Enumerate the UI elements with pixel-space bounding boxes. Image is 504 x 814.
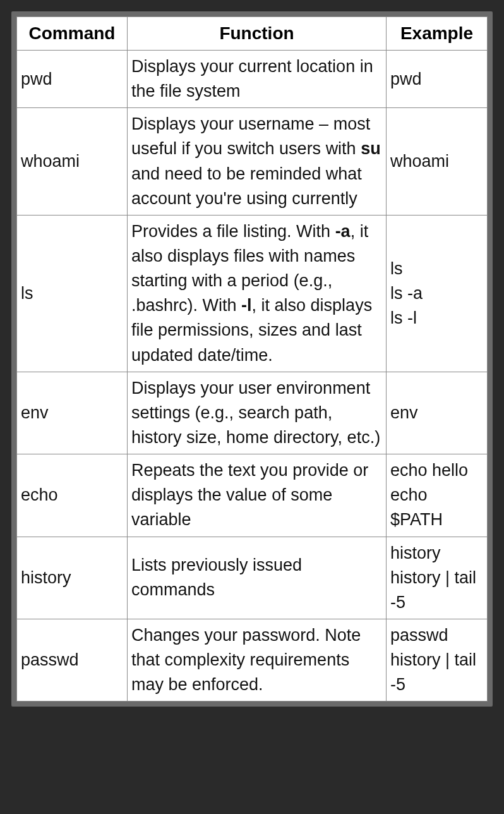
table-row: whoamiDisplays your username – most usef… — [17, 108, 488, 216]
cell-command: ls — [17, 215, 128, 372]
cell-function: Displays your user environment settings … — [128, 372, 387, 454]
cell-command: whoami — [17, 108, 128, 216]
table-row: passwdChanges your password. Note that c… — [17, 619, 488, 701]
cell-command: env — [17, 372, 128, 454]
table-row: pwdDisplays your current location in the… — [17, 51, 488, 108]
table-row: lsProvides a file listing. With -a, it a… — [17, 215, 488, 372]
cell-function: Repeats the text you provide or displays… — [128, 454, 387, 537]
cell-command: echo — [17, 454, 128, 537]
cell-example: lsls -als -l — [387, 215, 488, 372]
cell-function: Changes your password. Note that complex… — [128, 619, 387, 701]
table-frame: Command Function Example pwdDisplays you… — [11, 11, 493, 707]
cell-command: pwd — [17, 51, 128, 108]
cell-command: history — [17, 537, 128, 619]
table-row: echoRepeats the text you provide or disp… — [17, 454, 488, 537]
header-function: Function — [128, 17, 387, 51]
header-example: Example — [387, 17, 488, 51]
cell-example: env — [387, 372, 488, 454]
table-row: historyLists previously issued commandsh… — [17, 537, 488, 619]
cell-example: pwd — [387, 51, 488, 108]
table-header-row: Command Function Example — [17, 17, 488, 51]
cell-example: historyhistory | tail -5 — [387, 537, 488, 619]
cell-example: echo helloecho $PATH — [387, 454, 488, 537]
cell-function: Provides a file listing. With -a, it als… — [128, 215, 387, 372]
commands-table: Command Function Example pwdDisplays you… — [16, 16, 488, 702]
header-command: Command — [17, 17, 128, 51]
cell-function: Lists previously issued commands — [128, 537, 387, 619]
table-row: envDisplays your user environment settin… — [17, 372, 488, 454]
cell-example: passwdhistory | tail -5 — [387, 619, 488, 701]
cell-function: Displays your current location in the fi… — [128, 51, 387, 108]
cell-example: whoami — [387, 108, 488, 216]
table-body: pwdDisplays your current location in the… — [17, 51, 488, 702]
cell-command: passwd — [17, 619, 128, 701]
cell-function: Displays your username – most useful if … — [128, 108, 387, 216]
